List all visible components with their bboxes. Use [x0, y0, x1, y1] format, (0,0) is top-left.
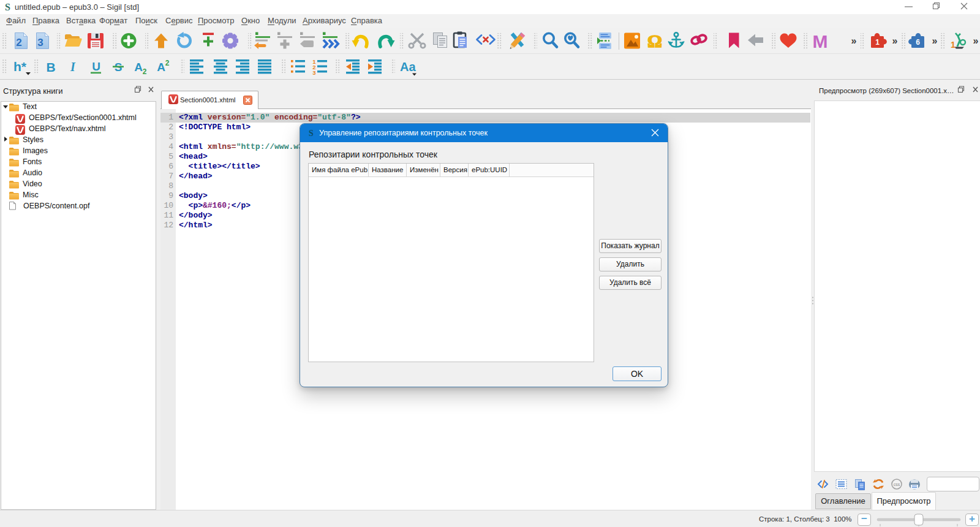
svg-text:css: css [894, 482, 900, 487]
svg-text:»: » [973, 36, 979, 46]
svg-text:2: 2 [16, 37, 21, 48]
svg-text:h*: h* [13, 59, 27, 74]
svg-text:Ω: Ω [647, 31, 662, 51]
svg-text:»: » [892, 36, 898, 46]
svg-text:A: A [134, 61, 143, 74]
svg-text:S: S [5, 2, 10, 12]
svg-text:Aa: Aa [400, 60, 416, 74]
svg-text:B: B [46, 60, 55, 74]
svg-text:2: 2 [143, 67, 147, 76]
svg-text:2: 2 [165, 59, 170, 67]
svg-text:1: 1 [951, 40, 956, 50]
svg-text:U: U [92, 60, 100, 73]
svg-text:6: 6 [916, 38, 920, 47]
svg-text:»: » [932, 36, 938, 46]
svg-text:A: A [157, 61, 165, 74]
svg-text:I: I [70, 60, 76, 74]
svg-text:3: 3 [312, 69, 315, 76]
svg-text:»: » [851, 36, 857, 46]
svg-text:S: S [309, 129, 314, 137]
svg-text:3: 3 [37, 37, 43, 48]
svg-text:M: M [813, 31, 828, 51]
svg-text:1: 1 [875, 38, 880, 47]
